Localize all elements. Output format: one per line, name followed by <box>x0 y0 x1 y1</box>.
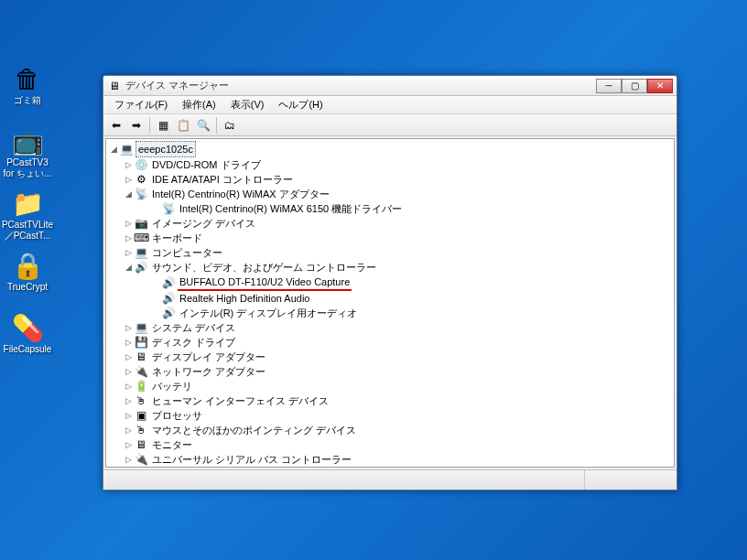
desktop-icon-label: TrueCrypt <box>0 282 55 293</box>
tree-category-label: バッテリ <box>150 379 194 393</box>
computer-icon: 💻 <box>119 142 134 156</box>
device-tree: ◢💻eeepc1025c▷💿DVD/CD-ROM ドライブ▷⚙IDE ATA/A… <box>106 139 674 468</box>
expand-icon[interactable]: ▷ <box>123 410 134 421</box>
tree-category[interactable]: ▷🔌ユニバーサル シリアル バス コントローラー <box>123 452 672 467</box>
category-icon: 🔋 <box>134 379 148 393</box>
window-title: デバイス マネージャー <box>125 79 596 92</box>
tree-category[interactable]: ▷⌨キーボード <box>123 231 672 245</box>
desktop-icon[interactable]: 💊FileCapsule <box>0 313 55 355</box>
tree-category[interactable]: ▷💾ディスク ドライブ <box>123 335 672 350</box>
toolbar-separator <box>149 117 150 134</box>
expand-icon[interactable]: ▷ <box>123 454 134 465</box>
expand-icon[interactable]: ▷ <box>123 247 134 258</box>
tree-device[interactable]: 📡Intel(R) Centrino(R) WiMAX 6150 機能ドライバー <box>150 201 672 216</box>
tree-device[interactable]: 🔊Realtek High Definition Audio <box>150 291 672 306</box>
maximize-button[interactable]: ▢ <box>622 79 647 93</box>
device-icon: 🔊 <box>161 275 176 290</box>
expand-icon[interactable]: ▷ <box>123 351 134 362</box>
category-icon: 📷 <box>134 216 148 231</box>
scan-button[interactable]: 🔍 <box>194 116 212 135</box>
expand-icon[interactable]: ▷ <box>123 322 134 333</box>
tree-category-label: サウンド、ビデオ、およびゲーム コントローラー <box>150 260 378 275</box>
tree-category-label: ヒューマン インターフェイス デバイス <box>150 393 330 408</box>
collapse-icon[interactable]: ◢ <box>123 262 134 273</box>
back-button[interactable]: ⬅ <box>107 116 125 135</box>
show-hidden-button[interactable]: ▦ <box>154 116 172 135</box>
tree-category[interactable]: ◢🔊サウンド、ビデオ、およびゲーム コントローラー <box>123 260 672 275</box>
tree-root-label: eeepc1025c <box>135 141 196 157</box>
expand-icon[interactable]: ▷ <box>123 366 134 377</box>
menu-help[interactable]: ヘルプ(H) <box>271 96 330 113</box>
expand-icon[interactable]: ▷ <box>123 425 134 436</box>
tree-category-label: IDE ATA/ATAPI コントローラー <box>150 172 295 187</box>
window-controls: ─ ▢ ✕ <box>596 79 673 93</box>
expand-icon[interactable]: ▷ <box>123 232 134 243</box>
category-icon: 🔊 <box>134 260 148 275</box>
expand-icon[interactable]: ▷ <box>123 439 134 450</box>
tree-category[interactable]: ▷🔌ネットワーク アダプター <box>123 364 672 379</box>
collapse-icon[interactable]: ◢ <box>123 188 134 199</box>
tree-category[interactable]: ▷💻システム デバイス <box>123 320 672 335</box>
category-icon: ⌨ <box>134 231 148 245</box>
desktop-icon[interactable]: 📁PCastTVLite ／PCastT... <box>0 188 55 242</box>
tree-device[interactable]: 🔊BUFFALO DT-F110/U2 Video Capture <box>150 275 672 291</box>
expand-icon[interactable]: ▷ <box>123 218 134 229</box>
toolbar-separator <box>216 117 217 134</box>
expand-icon[interactable]: ▷ <box>123 381 134 392</box>
tree-category-label: ディスプレイ アダプター <box>150 350 267 364</box>
titlebar[interactable]: 🖥 デバイス マネージャー ─ ▢ ✕ <box>103 76 677 96</box>
tree-category-label: ネットワーク アダプター <box>150 364 267 379</box>
minimize-button[interactable]: ─ <box>596 79 622 93</box>
tree-category[interactable]: ▷⚙IDE ATA/ATAPI コントローラー <box>123 172 672 187</box>
tree-device-label: インテル(R) ディスプレイ用オーディオ <box>178 306 359 320</box>
menu-action[interactable]: 操作(A) <box>175 96 223 113</box>
device-tree-container[interactable]: ◢💻eeepc1025c▷💿DVD/CD-ROM ドライブ▷⚙IDE ATA/A… <box>105 138 675 468</box>
expand-icon[interactable]: ▷ <box>123 395 134 406</box>
tree-category-label: ユニバーサル シリアル バス コントローラー <box>150 452 353 467</box>
tree-category[interactable]: ▷🖱ヒューマン インターフェイス デバイス <box>123 393 672 408</box>
expand-icon[interactable]: ▷ <box>123 174 134 185</box>
properties-icon: 📋 <box>177 119 190 132</box>
tree-category[interactable]: ▷💻コンピューター <box>123 245 672 260</box>
category-icon: 🖱 <box>134 423 148 437</box>
menu-file[interactable]: ファイル(F) <box>107 96 175 113</box>
desktop-icon-label: PCastTV3 for ちょい... <box>0 157 55 179</box>
expand-icon[interactable]: ▷ <box>123 159 134 170</box>
tree-category[interactable]: ▷💿DVD/CD-ROM ドライブ <box>123 157 672 172</box>
status-panel <box>585 470 677 490</box>
collapse-icon[interactable]: ◢ <box>108 144 119 155</box>
tree-category[interactable]: ▷🖥ディスプレイ アダプター <box>123 350 672 364</box>
tree-category[interactable]: ▷🖥モニター <box>123 437 672 452</box>
tree-category[interactable]: ◢📡Intel(R) Centrino(R) WiMAX アダプター <box>123 187 672 201</box>
tree-category[interactable]: ▷📷イメージング デバイス <box>123 216 672 231</box>
app-icon: 🖥 <box>107 79 122 93</box>
category-icon: 💾 <box>134 335 148 350</box>
tree-category[interactable]: ▷🔋バッテリ <box>123 379 672 393</box>
properties-button[interactable]: 📋 <box>174 116 192 135</box>
tree-category-label: プロセッサ <box>150 408 204 423</box>
tree-device-label: BUFFALO DT-F110/U2 Video Capture <box>178 275 352 291</box>
desktop-icon[interactable]: 📺PCastTV3 for ちょい... <box>0 126 55 179</box>
tree-category[interactable]: ▷🖱マウスとそのほかのポインティング デバイス <box>123 423 672 437</box>
statusbar <box>103 469 677 490</box>
tree-root[interactable]: ◢💻eeepc1025c <box>108 141 672 157</box>
expand-icon[interactable]: ▷ <box>123 337 134 348</box>
desktop-icon[interactable]: 🔒TrueCrypt <box>0 251 55 293</box>
menu-view[interactable]: 表示(V) <box>223 96 272 113</box>
tree-category-label: モニター <box>150 437 194 452</box>
toolbar: ⬅ ➡ ▦ 📋 🔍 🗂 <box>103 114 677 136</box>
desktop-icon[interactable]: 🗑ゴミ箱 <box>0 64 55 106</box>
forward-button[interactable]: ➡ <box>127 116 146 135</box>
tree-category[interactable]: ▷▣プロセッサ <box>123 408 672 423</box>
desktop-icon-glyph: 🔒 <box>13 251 42 280</box>
category-icon: 💻 <box>134 320 148 335</box>
view-devices-button[interactable]: 🗂 <box>221 116 239 135</box>
tree-category-label: キーボード <box>150 231 204 245</box>
category-icon: 🖥 <box>134 437 148 452</box>
close-button[interactable]: ✕ <box>647 79 673 93</box>
desktop-icon-glyph: 📺 <box>13 126 42 156</box>
tree-category-label: システム デバイス <box>150 320 237 335</box>
desktop-icon-label: PCastTVLite ／PCastT... <box>0 220 55 242</box>
arrow-right-icon: ➡ <box>132 119 141 132</box>
tree-device[interactable]: 🔊インテル(R) ディスプレイ用オーディオ <box>150 306 672 320</box>
